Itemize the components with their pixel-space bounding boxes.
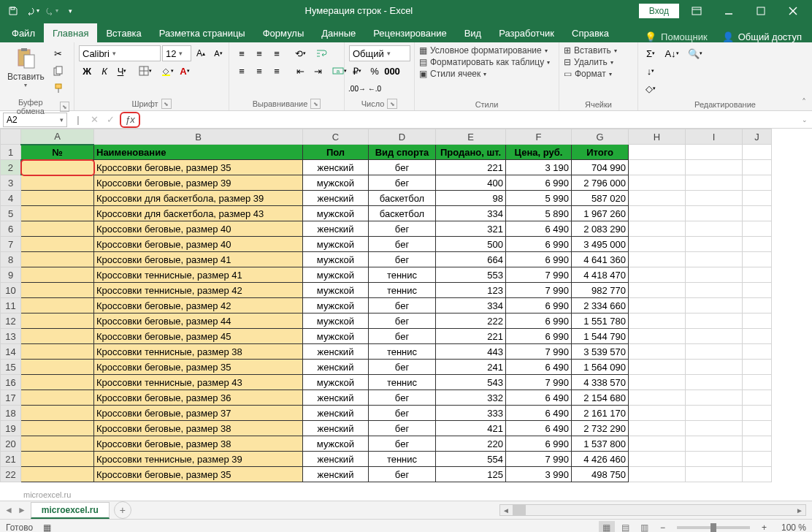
cell[interactable]: Итого: [572, 145, 629, 160]
cell[interactable]: 5 890: [506, 206, 572, 221]
cell[interactable]: бег: [369, 467, 436, 482]
spreadsheet-grid[interactable]: microexcel.ru ABCDEFGHIJ1№НаименованиеПо…: [0, 129, 812, 501]
cell[interactable]: [21, 467, 94, 482]
macro-record-icon[interactable]: ▦: [43, 522, 51, 533]
format-cells-button[interactable]: ▭Формат▾: [564, 69, 612, 79]
cell[interactable]: 6 990: [506, 314, 572, 329]
tab-справка[interactable]: Справка: [563, 23, 618, 42]
cell[interactable]: Кроссовки беговые, размер 45: [94, 329, 303, 344]
cell[interactable]: [743, 406, 772, 421]
cell[interactable]: [21, 252, 94, 267]
column-header[interactable]: B: [94, 129, 303, 145]
cell[interactable]: 334: [436, 298, 506, 314]
undo-icon[interactable]: ▾: [23, 2, 41, 20]
cell[interactable]: 2 732 290: [572, 421, 629, 436]
cell[interactable]: 6 490: [506, 421, 572, 436]
horizontal-scrollbar[interactable]: ◄ ►: [499, 504, 806, 516]
row-header[interactable]: 6: [1, 221, 21, 237]
cell[interactable]: 443: [436, 344, 506, 360]
zoom-level[interactable]: 100 %: [774, 522, 806, 533]
cell[interactable]: бег: [369, 237, 436, 252]
cell[interactable]: [21, 452, 94, 467]
cell[interactable]: 6 490: [506, 406, 572, 421]
increase-decimal-icon[interactable]: .00→: [349, 80, 365, 96]
cell[interactable]: [21, 314, 94, 329]
cell[interactable]: [743, 206, 772, 221]
cell[interactable]: 554: [436, 452, 506, 467]
tab-главная[interactable]: Главная: [44, 23, 97, 42]
collapse-ribbon-icon[interactable]: ˄: [802, 97, 806, 107]
cell[interactable]: Кроссовки для баскетбола, размер 39: [94, 191, 303, 206]
tab-вставка[interactable]: Вставка: [97, 23, 150, 42]
cell[interactable]: [686, 175, 743, 191]
page-layout-view-icon[interactable]: ▤: [618, 521, 634, 533]
tab-разметка страницы[interactable]: Разметка страницы: [150, 23, 254, 42]
cell[interactable]: [686, 237, 743, 252]
zoom-in-button[interactable]: +: [757, 522, 771, 533]
align-middle-icon[interactable]: ≡: [251, 45, 267, 61]
decrease-indent-icon[interactable]: ⇤: [292, 63, 308, 79]
cell[interactable]: [21, 160, 94, 175]
ribbon-display-icon[interactable]: [682, 0, 711, 21]
format-painter-icon[interactable]: [50, 80, 66, 96]
column-header[interactable]: C: [303, 129, 369, 145]
cell[interactable]: 6 490: [506, 221, 572, 237]
row-header[interactable]: 9: [1, 267, 21, 283]
cell[interactable]: [686, 160, 743, 175]
cell[interactable]: Кроссовки беговые, размер 38: [94, 436, 303, 452]
tab-файл[interactable]: Файл: [3, 23, 44, 42]
cell[interactable]: теннис: [369, 283, 436, 298]
cell[interactable]: [21, 329, 94, 344]
cell[interactable]: [743, 344, 772, 360]
cell[interactable]: [21, 406, 94, 421]
cell[interactable]: [686, 421, 743, 436]
cell[interactable]: [743, 160, 772, 175]
cell[interactable]: [21, 421, 94, 436]
cell[interactable]: [743, 467, 772, 482]
cell[interactable]: 333: [436, 406, 506, 421]
insert-function-button[interactable]: ƒx: [120, 112, 140, 128]
increase-font-icon[interactable]: A▴: [193, 45, 209, 61]
save-icon[interactable]: [4, 2, 22, 20]
align-top-icon[interactable]: ≡: [234, 45, 250, 61]
cell[interactable]: [686, 467, 743, 482]
cell[interactable]: [21, 191, 94, 206]
cell[interactable]: мужской: [303, 206, 369, 221]
cell[interactable]: Продано, шт.: [436, 145, 506, 160]
cut-icon[interactable]: ✂: [50, 45, 66, 61]
cell[interactable]: 1 537 800: [572, 436, 629, 452]
cell[interactable]: [686, 452, 743, 467]
cell[interactable]: [629, 298, 686, 314]
cell[interactable]: женский: [303, 191, 369, 206]
row-header[interactable]: 8: [1, 252, 21, 267]
cell[interactable]: [21, 206, 94, 221]
row-header[interactable]: 19: [1, 421, 21, 436]
cancel-formula-icon[interactable]: ✕: [86, 112, 102, 128]
column-header[interactable]: I: [686, 129, 743, 145]
cell[interactable]: [629, 390, 686, 406]
cell[interactable]: Кроссовки беговые, размер 38: [94, 421, 303, 436]
cell[interactable]: 7 990: [506, 283, 572, 298]
cell[interactable]: теннис: [369, 344, 436, 360]
cell[interactable]: мужской: [303, 436, 369, 452]
cell[interactable]: [629, 160, 686, 175]
sort-filter-icon[interactable]: A↓▾: [662, 45, 682, 61]
cell[interactable]: 7 990: [506, 452, 572, 467]
cell[interactable]: [743, 390, 772, 406]
tab-рецензирование[interactable]: Рецензирование: [364, 23, 455, 42]
cell[interactable]: [21, 360, 94, 375]
clear-icon[interactable]: ◇▾: [643, 80, 659, 96]
cell[interactable]: 6 990: [506, 237, 572, 252]
cell[interactable]: [21, 298, 94, 314]
cell[interactable]: [629, 375, 686, 390]
column-header[interactable]: D: [369, 129, 436, 145]
cell[interactable]: 2 161 170: [572, 406, 629, 421]
cell[interactable]: 4 338 570: [572, 375, 629, 390]
cell[interactable]: [743, 221, 772, 237]
borders-icon[interactable]: ▾: [137, 63, 153, 79]
percent-icon[interactable]: %: [367, 63, 383, 79]
cell[interactable]: [629, 206, 686, 221]
row-header[interactable]: 13: [1, 329, 21, 344]
cell[interactable]: [629, 267, 686, 283]
cell[interactable]: [743, 191, 772, 206]
